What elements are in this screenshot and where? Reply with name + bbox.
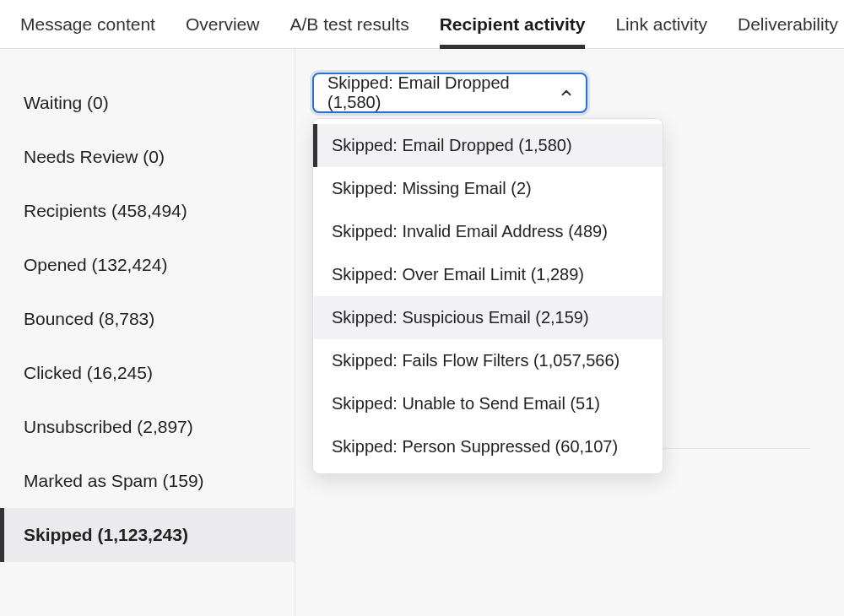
sidebar-item-recipients[interactable]: Recipients (458,494) xyxy=(0,184,295,238)
dropdown-option-fails-flow-filters[interactable]: Skipped: Fails Flow Filters (1,057,566) xyxy=(313,339,663,382)
sidebar-item-unsubscribed[interactable]: Unsubscribed (2,897) xyxy=(0,400,295,454)
sidebar-item-bounced[interactable]: Bounced (8,783) xyxy=(0,292,295,346)
skip-reason-selected-label: Skipped: Email Dropped (1,580) xyxy=(327,73,559,112)
tab-bar: Message content Overview A/B test result… xyxy=(0,0,844,49)
recipient-status-sidebar: Waiting (0) Needs Review (0) Recipients … xyxy=(0,49,295,616)
main-panel: Skipped: Email Dropped (1,580) Skipped: … xyxy=(295,49,844,616)
dropdown-option-over-email-limit[interactable]: Skipped: Over Email Limit (1,289) xyxy=(313,253,663,296)
chevron-up-icon xyxy=(559,85,574,100)
sidebar-item-needs-review[interactable]: Needs Review (0) xyxy=(0,130,295,184)
tab-recipient-activity[interactable]: Recipient activity xyxy=(440,14,586,49)
dropdown-option-suspicious-email[interactable]: Skipped: Suspicious Email (2,159) xyxy=(313,296,663,339)
tab-overview[interactable]: Overview xyxy=(186,14,260,48)
dropdown-option-email-dropped[interactable]: Skipped: Email Dropped (1,580) xyxy=(313,124,663,167)
dropdown-option-unable-to-send-email[interactable]: Skipped: Unable to Send Email (51) xyxy=(313,382,663,425)
tab-ab-test-results[interactable]: A/B test results xyxy=(289,14,408,48)
skip-reason-dropdown: Skipped: Email Dropped (1,580) Skipped: … xyxy=(312,118,663,474)
sidebar-item-opened[interactable]: Opened (132,424) xyxy=(0,238,295,292)
dropdown-option-person-suppressed[interactable]: Skipped: Person Suppressed (60,107) xyxy=(313,425,663,468)
tab-deliverability[interactable]: Deliverability xyxy=(738,14,838,48)
sidebar-item-clicked[interactable]: Clicked (16,245) xyxy=(0,346,295,400)
skip-reason-combobox[interactable]: Skipped: Email Dropped (1,580) xyxy=(312,73,587,113)
dropdown-option-missing-email[interactable]: Skipped: Missing Email (2) xyxy=(313,167,663,210)
dropdown-option-invalid-email-address[interactable]: Skipped: Invalid Email Address (489) xyxy=(313,210,663,253)
sidebar-item-skipped[interactable]: Skipped (1,123,243) xyxy=(0,508,295,562)
tab-link-activity[interactable]: Link activity xyxy=(615,14,707,48)
tab-message-content[interactable]: Message content xyxy=(20,14,155,48)
sidebar-item-marked-as-spam[interactable]: Marked as Spam (159) xyxy=(0,454,295,508)
sidebar-item-waiting[interactable]: Waiting (0) xyxy=(0,76,295,130)
